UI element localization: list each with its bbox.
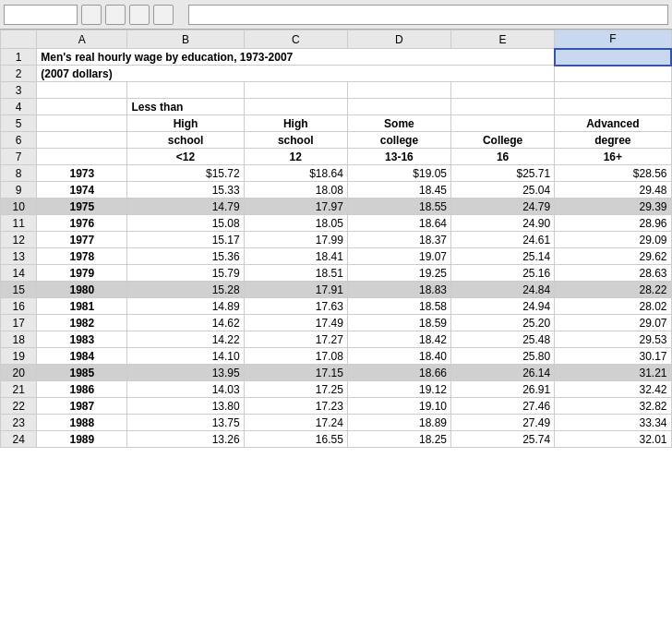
data-cell[interactable]: [451, 115, 555, 132]
data-cell[interactable]: [555, 49, 671, 66]
data-cell[interactable]: 1977: [37, 232, 127, 248]
data-cell[interactable]: 32.01: [555, 431, 671, 448]
data-cell[interactable]: 17.25: [244, 381, 347, 398]
data-cell[interactable]: College: [451, 132, 555, 149]
data-cell[interactable]: Advanced: [555, 115, 671, 132]
data-cell[interactable]: 25.74: [451, 431, 555, 448]
data-cell[interactable]: 18.55: [347, 199, 450, 215]
formula-input[interactable]: [188, 5, 668, 25]
data-cell[interactable]: [37, 99, 127, 115]
data-cell[interactable]: 18.83: [347, 282, 450, 298]
data-cell[interactable]: 29.07: [555, 315, 671, 331]
data-cell[interactable]: $19.05: [347, 165, 450, 182]
data-cell[interactable]: 32.82: [555, 398, 671, 415]
data-cell[interactable]: 18.51: [244, 265, 347, 282]
data-cell[interactable]: 15.33: [127, 182, 244, 199]
data-cell[interactable]: 18.40: [347, 348, 450, 365]
data-cell[interactable]: 26.14: [451, 365, 555, 381]
data-cell[interactable]: school: [244, 132, 347, 149]
data-cell[interactable]: (2007 dollars): [37, 66, 555, 82]
data-cell[interactable]: 25.04: [451, 182, 555, 199]
data-cell[interactable]: 24.90: [451, 215, 555, 232]
data-cell[interactable]: 13.75: [127, 415, 244, 431]
col-header-e[interactable]: E: [451, 30, 555, 49]
data-cell[interactable]: 17.15: [244, 365, 347, 381]
data-cell[interactable]: 14.10: [127, 348, 244, 365]
data-cell[interactable]: degree: [555, 132, 671, 149]
data-cell[interactable]: 14.22: [127, 331, 244, 348]
data-cell[interactable]: 25.14: [451, 248, 555, 265]
data-cell[interactable]: 1989: [37, 431, 127, 448]
data-cell[interactable]: 18.37: [347, 232, 450, 248]
data-cell[interactable]: Some: [347, 115, 450, 132]
data-cell[interactable]: 1984: [37, 348, 127, 365]
data-cell[interactable]: 15.79: [127, 265, 244, 282]
data-cell[interactable]: 19.10: [347, 398, 450, 415]
data-cell[interactable]: [555, 82, 671, 99]
data-cell[interactable]: 24.79: [451, 199, 555, 215]
data-cell[interactable]: $15.72: [127, 165, 244, 182]
data-cell[interactable]: 25.80: [451, 348, 555, 365]
data-cell[interactable]: 27.46: [451, 398, 555, 415]
data-cell[interactable]: 16: [451, 149, 555, 165]
data-cell[interactable]: 17.24: [244, 415, 347, 431]
data-cell[interactable]: [37, 82, 127, 99]
data-cell[interactable]: 18.89: [347, 415, 450, 431]
data-cell[interactable]: 17.91: [244, 282, 347, 298]
data-cell[interactable]: Less than: [127, 99, 244, 115]
data-cell[interactable]: 18.58: [347, 298, 450, 315]
data-cell[interactable]: [555, 66, 671, 82]
col-header-b[interactable]: B: [127, 30, 244, 49]
data-cell[interactable]: 19.07: [347, 248, 450, 265]
data-cell[interactable]: 29.53: [555, 331, 671, 348]
data-cell[interactable]: 14.62: [127, 315, 244, 331]
data-cell[interactable]: 17.27: [244, 331, 347, 348]
data-cell[interactable]: 24.84: [451, 282, 555, 298]
data-cell[interactable]: 14.89: [127, 298, 244, 315]
data-cell[interactable]: 16.55: [244, 431, 347, 448]
data-cell[interactable]: 13-16: [347, 149, 450, 165]
circle-button[interactable]: [153, 5, 174, 25]
col-header-c[interactable]: C: [244, 30, 347, 49]
data-cell[interactable]: 18.08: [244, 182, 347, 199]
data-cell[interactable]: 17.99: [244, 232, 347, 248]
data-cell[interactable]: 13.26: [127, 431, 244, 448]
data-cell[interactable]: [37, 115, 127, 132]
data-cell[interactable]: 29.62: [555, 248, 671, 265]
data-cell[interactable]: 19.12: [347, 381, 450, 398]
data-cell[interactable]: 1981: [37, 298, 127, 315]
data-cell[interactable]: <12: [127, 149, 244, 165]
data-cell[interactable]: 1973: [37, 165, 127, 182]
data-cell[interactable]: 18.64: [347, 215, 450, 232]
data-cell[interactable]: 26.91: [451, 381, 555, 398]
data-cell[interactable]: 28.63: [555, 265, 671, 282]
data-cell[interactable]: 18.05: [244, 215, 347, 232]
confirm-formula-button[interactable]: [129, 5, 150, 25]
data-cell[interactable]: college: [347, 132, 450, 149]
data-cell[interactable]: [555, 99, 671, 115]
data-cell[interactable]: 1986: [37, 381, 127, 398]
data-cell[interactable]: 27.49: [451, 415, 555, 431]
data-cell[interactable]: $25.71: [451, 165, 555, 182]
data-cell[interactable]: [244, 82, 347, 99]
data-cell[interactable]: 1988: [37, 415, 127, 431]
data-cell[interactable]: 28.22: [555, 282, 671, 298]
data-cell[interactable]: 17.97: [244, 199, 347, 215]
data-cell[interactable]: 29.39: [555, 199, 671, 215]
data-cell[interactable]: 1982: [37, 315, 127, 331]
data-cell[interactable]: 29.48: [555, 182, 671, 199]
data-cell[interactable]: [347, 82, 450, 99]
data-cell[interactable]: 31.21: [555, 365, 671, 381]
data-cell[interactable]: 13.80: [127, 398, 244, 415]
data-cell[interactable]: 1979: [37, 265, 127, 282]
data-cell[interactable]: 18.42: [347, 331, 450, 348]
data-cell[interactable]: 14.03: [127, 381, 244, 398]
data-cell[interactable]: 16+: [555, 149, 671, 165]
data-cell[interactable]: 17.23: [244, 398, 347, 415]
data-cell[interactable]: 24.61: [451, 232, 555, 248]
data-cell[interactable]: 12: [244, 149, 347, 165]
data-cell[interactable]: 14.79: [127, 199, 244, 215]
data-cell[interactable]: High: [244, 115, 347, 132]
data-cell[interactable]: Men's real hourly wage by education, 197…: [37, 49, 555, 66]
data-cell[interactable]: 19.25: [347, 265, 450, 282]
